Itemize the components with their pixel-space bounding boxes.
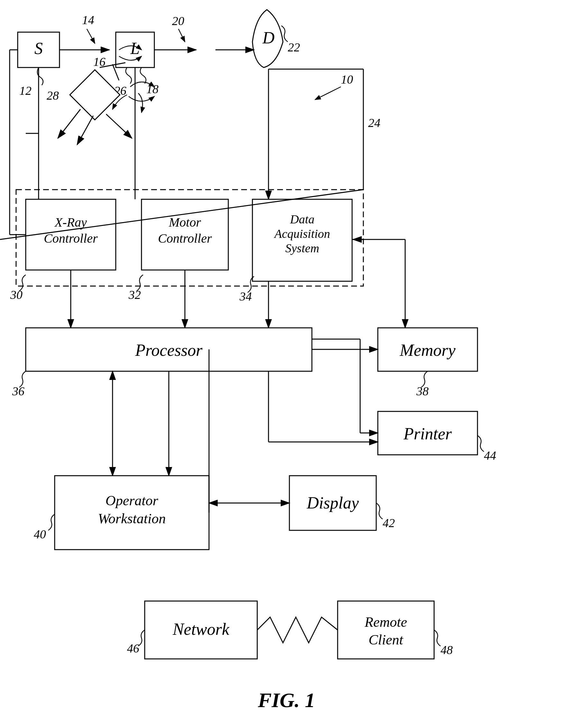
svg-text:Display: Display	[306, 494, 359, 512]
ref-28: 28	[47, 89, 59, 102]
ref-32: 32	[128, 288, 141, 301]
beam-splitter	[70, 70, 120, 120]
ref-40: 40	[34, 527, 46, 541]
svg-text:Controller: Controller	[44, 231, 98, 245]
svg-line-5	[87, 29, 95, 43]
ref-30: 30	[10, 288, 22, 301]
ref-16: 16	[93, 55, 105, 68]
diagram-container: S 12 14 L 18 26 20 28 16 D 22 10 24	[0, 0, 573, 728]
svg-text:Acquisition: Acquisition	[273, 227, 330, 240]
ref-12: 12	[19, 84, 32, 97]
ref-24: 24	[368, 116, 380, 129]
ref-36: 36	[12, 384, 24, 398]
svg-text:Data: Data	[290, 213, 314, 226]
ref-42: 42	[383, 516, 395, 530]
svg-text:Network: Network	[172, 620, 229, 638]
svg-text:D: D	[262, 29, 275, 47]
ref-48: 48	[440, 643, 453, 657]
svg-text:System: System	[285, 241, 319, 255]
ref-38: 38	[416, 384, 429, 398]
svg-text:Client: Client	[368, 632, 404, 648]
ref-22: 22	[288, 41, 300, 54]
svg-line-60	[106, 114, 132, 138]
network-zigzag	[257, 617, 337, 643]
svg-text:Printer: Printer	[403, 425, 452, 443]
svg-line-8	[178, 29, 185, 42]
svg-line-14	[315, 87, 341, 100]
svg-text:Motor: Motor	[168, 215, 201, 229]
ref-10: 10	[341, 73, 353, 86]
svg-text:Workstation: Workstation	[98, 511, 166, 526]
ref-18: 18	[146, 82, 159, 96]
remote-client-box	[337, 601, 434, 659]
fig-label: FIG. 1	[258, 689, 315, 712]
svg-text:X-Ray: X-Ray	[54, 215, 87, 229]
ref-44: 44	[484, 449, 496, 462]
svg-text:L: L	[130, 39, 140, 58]
svg-text:Operator: Operator	[105, 493, 159, 508]
ref-46: 46	[127, 641, 139, 655]
svg-text:Memory: Memory	[399, 341, 456, 359]
ref-20: 20	[172, 14, 184, 27]
ref-14: 14	[82, 13, 94, 27]
ref-34: 34	[239, 290, 252, 303]
svg-text:S: S	[35, 39, 43, 58]
svg-line-61	[58, 109, 81, 138]
svg-text:Controller: Controller	[158, 231, 212, 245]
svg-text:Processor: Processor	[135, 341, 203, 359]
svg-text:Remote: Remote	[364, 614, 407, 630]
svg-line-59	[77, 116, 93, 145]
